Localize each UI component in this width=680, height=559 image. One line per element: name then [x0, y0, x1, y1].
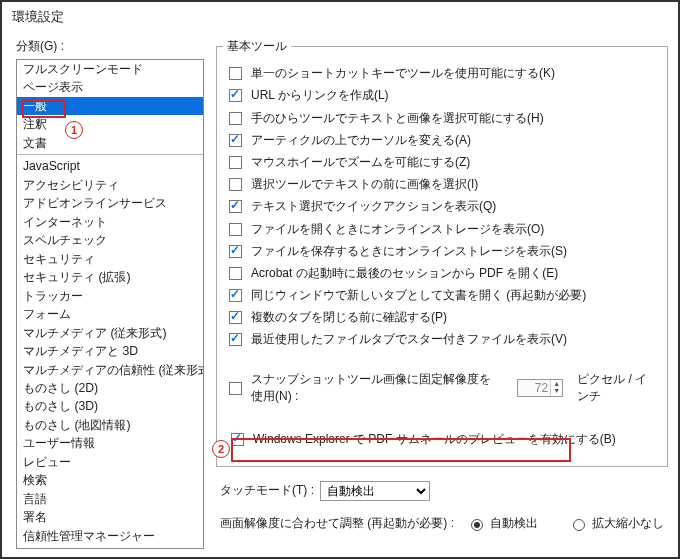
- settings-panel: 基本ツール 単一のショートカットキーでツールを使用可能にする(K)URL からリ…: [212, 30, 678, 550]
- category-panel: 分類(G) : フルスクリーンモードページ表示一般注釈文書JavaScriptア…: [2, 30, 212, 550]
- resolution-label: 画面解像度に合わせて調整 (再起動が必要) :: [220, 515, 454, 532]
- category-item[interactable]: フォーム: [17, 305, 203, 323]
- category-item[interactable]: 注釈: [17, 115, 203, 133]
- option-checkbox[interactable]: [229, 289, 242, 302]
- option-label: ファイルを保存するときにオンラインストレージを表示(S): [251, 243, 567, 260]
- option-checkbox[interactable]: [229, 67, 242, 80]
- snapshot-row: スナップショットツール画像に固定解像度を使用(N) : ▲ ▼ ピクセル / イ…: [225, 371, 659, 405]
- category-item[interactable]: セキュリティ (拡張): [17, 268, 203, 286]
- category-list[interactable]: フルスクリーンモードページ表示一般注釈文書JavaScriptアクセシビリティア…: [16, 59, 204, 549]
- option-label: URL からリンクを作成(L): [251, 87, 389, 104]
- snapshot-unit: ピクセル / インチ: [577, 371, 659, 405]
- category-item[interactable]: ものさし (3D): [17, 397, 203, 415]
- category-item[interactable]: 文書: [17, 134, 203, 152]
- option-checkbox[interactable]: [229, 245, 242, 258]
- category-item[interactable]: アドビオンラインサービス: [17, 194, 203, 212]
- category-item[interactable]: アクセシビリティ: [17, 176, 203, 194]
- option-row: テキスト選択でクイックアクションを表示(Q): [225, 197, 659, 216]
- resolution-none-label: 拡大縮小なし: [592, 515, 664, 532]
- option-checkbox[interactable]: [229, 89, 242, 102]
- category-item[interactable]: トラッカー: [17, 287, 203, 305]
- option-row: URL からリンクを作成(L): [225, 86, 659, 105]
- option-row: ファイルを開くときにオンラインストレージを表示(O): [225, 220, 659, 239]
- category-item[interactable]: ユーザー情報: [17, 434, 203, 452]
- category-item[interactable]: マルチメディア (従来形式): [17, 324, 203, 342]
- option-label: テキスト選択でクイックアクションを表示(Q): [251, 198, 496, 215]
- touch-mode-label: タッチモード(T) :: [220, 482, 314, 499]
- option-checkbox[interactable]: [229, 267, 242, 280]
- snapshot-checkbox[interactable]: [229, 382, 242, 395]
- option-checkbox[interactable]: [229, 112, 242, 125]
- option-label: 単一のショートカットキーでツールを使用可能にする(K): [251, 65, 555, 82]
- resolution-none-radio[interactable]: [573, 519, 585, 531]
- category-item[interactable]: 単位: [17, 545, 203, 549]
- option-label: アーティクルの上でカーソルを変える(A): [251, 132, 471, 149]
- basic-tools-legend: 基本ツール: [223, 38, 291, 55]
- option-row: 最近使用したファイルタブでスター付きファイルを表示(V): [225, 330, 659, 349]
- category-divider: [17, 154, 203, 155]
- option-row: マウスホイールでズームを可能にする(Z): [225, 153, 659, 172]
- category-item[interactable]: スペルチェック: [17, 231, 203, 249]
- resolution-auto-radio[interactable]: [471, 519, 483, 531]
- category-item[interactable]: ものさし (2D): [17, 379, 203, 397]
- category-item[interactable]: マルチメディアと 3D: [17, 342, 203, 360]
- category-item[interactable]: セキュリティ: [17, 250, 203, 268]
- option-checkbox[interactable]: [229, 223, 242, 236]
- snapshot-spinner[interactable]: ▲ ▼: [517, 379, 563, 397]
- category-item[interactable]: ものさし (地図情報): [17, 416, 203, 434]
- option-label: 選択ツールでテキストの前に画像を選択(I): [251, 176, 478, 193]
- spinner-down-icon[interactable]: ▼: [551, 387, 562, 394]
- category-item[interactable]: 一般: [17, 97, 203, 115]
- option-row: 手のひらツールでテキストと画像を選択可能にする(H): [225, 109, 659, 128]
- option-row: ファイルを保存するときにオンラインストレージを表示(S): [225, 242, 659, 261]
- option-row: アーティクルの上でカーソルを変える(A): [225, 131, 659, 150]
- body: 分類(G) : フルスクリーンモードページ表示一般注釈文書JavaScriptア…: [2, 30, 678, 550]
- thumbnail-checkbox[interactable]: [231, 433, 244, 446]
- option-label: 最近使用したファイルタブでスター付きファイルを表示(V): [251, 331, 567, 348]
- option-row: 同じウィンドウで新しいタブとして文書を開く (再起動が必要): [225, 286, 659, 305]
- option-label: 手のひらツールでテキストと画像を選択可能にする(H): [251, 110, 544, 127]
- category-label: 分類(G) :: [16, 38, 204, 55]
- option-row: 単一のショートカットキーでツールを使用可能にする(K): [225, 64, 659, 83]
- category-item[interactable]: レビュー: [17, 453, 203, 471]
- thumbnail-option-row: Windows Explorer で PDF サムネールのプレビューを有効にする…: [225, 427, 659, 452]
- spinner-up-icon[interactable]: ▲: [551, 380, 562, 387]
- snapshot-value[interactable]: [518, 380, 550, 396]
- option-checkbox[interactable]: [229, 134, 242, 147]
- option-label: ファイルを開くときにオンラインストレージを表示(O): [251, 221, 544, 238]
- option-checkbox[interactable]: [229, 311, 242, 324]
- resolution-auto-label: 自動検出: [490, 515, 538, 532]
- option-row: 選択ツールでテキストの前に画像を選択(I): [225, 175, 659, 194]
- preferences-window: 環境設定 分類(G) : フルスクリーンモードページ表示一般注釈文書JavaSc…: [0, 0, 680, 559]
- category-item[interactable]: フルスクリーンモード: [17, 60, 203, 78]
- category-item[interactable]: インターネット: [17, 213, 203, 231]
- category-item[interactable]: 検索: [17, 471, 203, 489]
- option-checkbox[interactable]: [229, 200, 242, 213]
- category-item[interactable]: 言語: [17, 490, 203, 508]
- option-row: Acrobat の起動時に最後のセッションから PDF を開く(E): [225, 264, 659, 283]
- category-item[interactable]: JavaScript: [17, 157, 203, 175]
- category-item[interactable]: 信頼性管理マネージャー: [17, 527, 203, 545]
- option-checkbox[interactable]: [229, 333, 242, 346]
- resolution-auto-option[interactable]: 自動検出: [466, 515, 538, 532]
- category-item[interactable]: 署名: [17, 508, 203, 526]
- category-item[interactable]: ページ表示: [17, 78, 203, 96]
- basic-tools-group: 基本ツール 単一のショートカットキーでツールを使用可能にする(K)URL からリ…: [216, 38, 668, 467]
- option-label: マウスホイールでズームを可能にする(Z): [251, 154, 470, 171]
- spinner-arrows[interactable]: ▲ ▼: [550, 380, 562, 396]
- option-label: 複数のタブを閉じる前に確認する(P): [251, 309, 447, 326]
- resolution-row: 画面解像度に合わせて調整 (再起動が必要) : 自動検出 拡大縮小なし: [216, 515, 668, 532]
- category-item[interactable]: マルチメディアの信頼性 (従来形式): [17, 361, 203, 379]
- option-label: 同じウィンドウで新しいタブとして文書を開く (再起動が必要): [251, 287, 586, 304]
- option-row: 複数のタブを閉じる前に確認する(P): [225, 308, 659, 327]
- thumbnail-label: Windows Explorer で PDF サムネールのプレビューを有効にする…: [253, 431, 616, 448]
- window-title: 環境設定: [2, 2, 678, 30]
- option-checkbox[interactable]: [229, 178, 242, 191]
- option-label: Acrobat の起動時に最後のセッションから PDF を開く(E): [251, 265, 558, 282]
- touch-mode-select[interactable]: 自動検出: [320, 481, 430, 501]
- snapshot-label: スナップショットツール画像に固定解像度を使用(N) :: [251, 371, 501, 405]
- resolution-none-option[interactable]: 拡大縮小なし: [568, 515, 664, 532]
- annotation-badge-2: 2: [212, 440, 230, 458]
- touch-mode-row: タッチモード(T) : 自動検出: [216, 481, 668, 501]
- option-checkbox[interactable]: [229, 156, 242, 169]
